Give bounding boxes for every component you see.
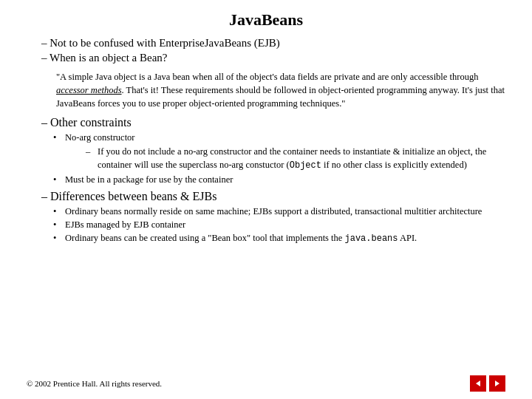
prev-button[interactable] <box>470 375 486 392</box>
bullet-diff-2: EJBs managed by EJB container <box>65 219 505 231</box>
next-button[interactable] <box>489 375 505 392</box>
object-code: Object <box>290 160 321 171</box>
slide-title: JavaBeans <box>27 10 505 30</box>
bullet-no-arg: No-arg constructor <box>65 132 505 143</box>
nav-buttons <box>470 375 505 392</box>
slide: JavaBeans – Not to be confused with Ente… <box>0 0 532 399</box>
section-other-constraints: – Other constraints <box>41 116 505 129</box>
footer: © 2002 Prentice Hall. All rights reserve… <box>27 375 505 392</box>
svg-marker-0 <box>476 381 480 386</box>
quote-block: "A simple Java object is a Java bean whe… <box>56 70 505 110</box>
section-differences: – Differences between beans & EJBs <box>41 190 505 203</box>
bullet-diff-1: Ordinary beans normally reside on same m… <box>65 206 505 217</box>
quote-close: . That's it! These requirements should b… <box>56 85 505 109</box>
quote-italic: accessor methods <box>56 85 122 95</box>
quote-open: "A simple Java object is a Java bean whe… <box>56 72 478 82</box>
copyright-text: © 2002 Prentice Hall. All rights reserve… <box>27 379 470 388</box>
javabeans-api-code: java.beans <box>345 233 398 244</box>
bullet-ejb: – Not to be confused with EnterpriseJava… <box>41 37 505 50</box>
svg-marker-1 <box>495 381 499 386</box>
bullet-diff-3: Ordinary beans can be created using a "B… <box>65 233 505 244</box>
bullet-no-arg-detail: If you do not include a no-arg construct… <box>86 146 505 171</box>
bullet-package: Must be in a package for use by the cont… <box>65 174 505 185</box>
bullet-bean: – When is an object a Bean? <box>41 52 505 64</box>
